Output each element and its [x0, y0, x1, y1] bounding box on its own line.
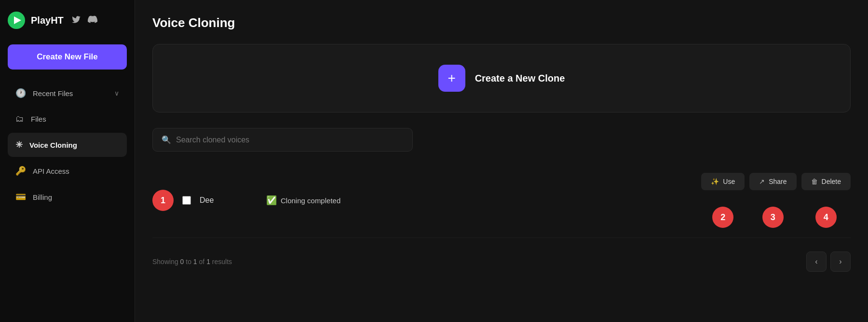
main-content: Voice Cloning + Create a New Clone 🔍 1 D… — [135, 0, 868, 322]
prev-page-button[interactable]: ‹ — [806, 252, 827, 272]
voice-name: Dee — [200, 196, 258, 205]
search-input[interactable] — [176, 136, 404, 144]
create-new-file-button[interactable]: Create New File — [8, 44, 127, 70]
logo-text: PlayHT — [31, 15, 64, 26]
logo-area: PlayHT — [8, 10, 127, 31]
share-annotated-group: ↗ Share 3 — [749, 173, 796, 228]
annotation-1: 1 — [152, 190, 174, 211]
search-input-wrap: 🔍 — [152, 128, 413, 152]
sidebar-item-voice-cloning-label: Voice Cloning — [29, 141, 77, 149]
twitter-icon[interactable] — [71, 14, 81, 27]
cloning-status: ✅ Cloning completed — [266, 195, 340, 206]
annotation-4: 4 — [815, 207, 837, 228]
use-icon: ✨ — [711, 178, 719, 185]
voice-list: 1 Dee ✅ Cloning completed ✨ Use 2 — [152, 163, 851, 238]
sparkle-icon: ✳ — [15, 140, 23, 150]
search-container: 🔍 — [152, 128, 851, 152]
share-button[interactable]: ↗ Share — [749, 173, 796, 190]
clone-plus-button[interactable]: + — [438, 65, 465, 92]
sidebar-item-recent-files-label: Recent Files — [33, 89, 73, 98]
sidebar-item-voice-cloning[interactable]: ✳ Voice Cloning — [8, 133, 127, 157]
sidebar-item-billing-label: Billing — [33, 193, 52, 201]
delete-button[interactable]: 🗑 Delete — [801, 173, 851, 190]
clock-icon: 🕐 — [15, 88, 26, 98]
showing-text: Showing 0 to 1 of 1 results — [152, 258, 232, 266]
social-icons — [71, 14, 97, 27]
use-button-label: Use — [723, 178, 735, 185]
create-new-clone-card[interactable]: + Create a New Clone — [152, 44, 851, 112]
search-icon: 🔍 — [162, 135, 171, 144]
sidebar-nav: 🕐 Recent Files ∨ 🗂 Files ✳ Voice Cloning… — [8, 81, 127, 211]
row-actions: ✨ Use 2 ↗ Share 3 🗑 D — [701, 173, 851, 228]
annotation-3: 3 — [762, 207, 784, 228]
chevron-down-icon: ∨ — [114, 89, 119, 97]
showing-range-end: 1 — [193, 258, 197, 266]
sidebar-item-api-access-label: API Access — [33, 167, 69, 175]
status-text: Cloning completed — [281, 196, 340, 205]
table-row: 1 Dee ✅ Cloning completed ✨ Use 2 — [152, 163, 851, 238]
sidebar: PlayHT Create New File 🕐 Recent Files ∨ … — [0, 0, 135, 322]
sidebar-item-billing[interactable]: 💳 Billing — [8, 185, 127, 209]
discord-icon[interactable] — [88, 14, 97, 27]
sidebar-item-recent-files[interactable]: 🕐 Recent Files ∨ — [8, 81, 127, 105]
create-clone-label: Create a New Clone — [475, 73, 565, 84]
share-button-label: Share — [769, 178, 787, 185]
folder-icon: 🗂 — [15, 114, 24, 124]
showing-range-start: 0 — [180, 258, 184, 266]
sidebar-item-files-label: Files — [31, 115, 46, 123]
status-check-icon: ✅ — [266, 195, 277, 206]
pagination-buttons: ‹ › — [806, 252, 851, 272]
row-checkbox[interactable] — [182, 196, 191, 205]
card-icon: 💳 — [15, 192, 26, 202]
page-title: Voice Cloning — [152, 15, 851, 30]
delete-button-label: Delete — [822, 178, 841, 185]
playht-logo-icon — [8, 12, 25, 29]
use-annotated-group: ✨ Use 2 — [701, 173, 745, 228]
pagination-row: Showing 0 to 1 of 1 results ‹ › — [152, 252, 851, 272]
sidebar-item-api-access[interactable]: 🔑 API Access — [8, 159, 127, 183]
trash-icon: 🗑 — [811, 178, 818, 185]
sidebar-item-files[interactable]: 🗂 Files — [8, 107, 127, 131]
share-icon: ↗ — [759, 178, 765, 185]
next-page-button[interactable]: › — [830, 252, 851, 272]
key-icon: 🔑 — [15, 166, 26, 176]
delete-annotated-group: 🗑 Delete 4 — [801, 173, 851, 228]
annotation-2: 2 — [712, 207, 733, 228]
use-button[interactable]: ✨ Use — [701, 173, 745, 190]
showing-total: 1 — [206, 258, 210, 266]
